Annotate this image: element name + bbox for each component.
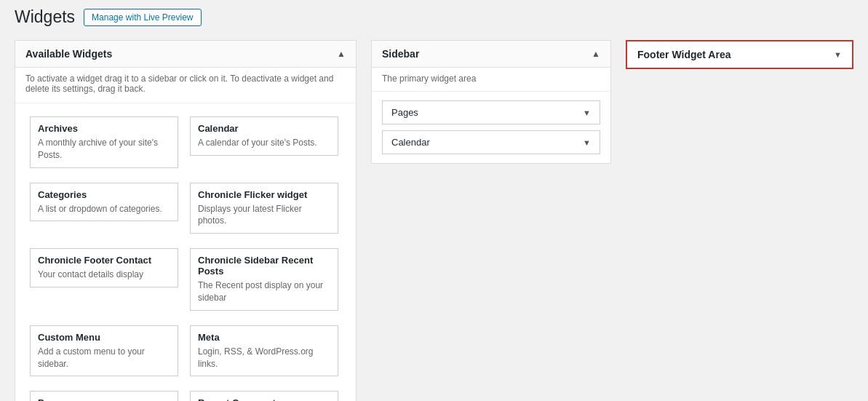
columns-layout: Available Widgets ▲ To activate a widget… [15,40,853,401]
sidebar-collapse-icon: ▲ [592,49,600,59]
available-widgets-title: Available Widgets [25,48,112,60]
collapse-icon: ▲ [337,49,346,59]
widget-cell: CategoriesA list or dropdown of categori… [25,178,186,245]
footer-panel-title: Footer Widget Area [637,49,730,60]
available-widgets-panel: Available Widgets ▲ To activate a widget… [15,40,357,401]
widget-desc: A calendar of your site's Posts. [198,137,330,149]
widget-cell: ArchivesA monthly archive of your site's… [25,112,186,178]
widget-desc: A monthly archive of your site's Posts. [38,137,170,162]
available-widgets-header[interactable]: Available Widgets ▲ [15,41,356,68]
widget-cell: MetaLogin, RSS, & WordPress.org links. [186,321,346,387]
widget-desc: Add a custom menu to your sidebar. [38,346,170,370]
widget-name: Chronicle Flicker widget [198,189,330,200]
widget-cell: Recent CommentsYour site's most recent c… [186,386,346,401]
widget-item[interactable]: MetaLogin, RSS, & WordPress.org links. [190,325,338,377]
widget-item[interactable]: Recent CommentsYour site's most recent c… [190,391,338,401]
sidebar-widget-row[interactable]: Pages▼ [382,100,600,124]
widget-item[interactable]: Chronicle Footer ContactYour contact det… [30,248,178,287]
sidebar-widgets-list: Pages▼Calendar▼ [372,92,610,163]
available-widgets-description: To activate a widget drag it to a sideba… [15,68,356,103]
widget-desc: Displays your latest Flicker photos. [198,203,330,228]
footer-dropdown-icon: ▼ [834,50,842,59]
widget-item[interactable]: Chronicle Sidebar Recent PostsThe Recent… [190,248,338,311]
widget-desc: Your contact details display [38,269,170,281]
widget-item[interactable]: CategoriesA list or dropdown of categori… [30,183,178,222]
sidebar-panel: Sidebar ▲ The primary widget area Pages▼… [371,40,611,164]
expand-icon: ▼ [583,138,591,147]
widget-desc: A list or dropdown of categories. [38,203,170,215]
footer-panel-header[interactable]: Footer Widget Area ▼ [627,41,852,68]
widget-desc: The Recent post display on your sidebar [198,279,330,304]
widget-cell: Custom MenuAdd a custom menu to your sid… [25,321,186,387]
sidebar-title: Sidebar [382,48,419,60]
sidebar-panel-header[interactable]: Sidebar ▲ [372,41,610,68]
widget-item[interactable]: Custom MenuAdd a custom menu to your sid… [30,325,178,377]
widget-name: Archives [38,123,170,134]
widget-item[interactable]: ArchivesA monthly archive of your site's… [30,116,178,168]
widget-cell: Chronicle Flicker widgetDisplays your la… [186,178,346,245]
widget-name: Chronicle Footer Contact [38,255,170,266]
sidebar-widget-row[interactable]: Calendar▼ [382,130,600,154]
widget-name: Calendar [198,123,330,134]
manage-live-preview-button[interactable]: Manage with Live Preview [84,9,201,26]
sidebar-description: The primary widget area [372,68,610,92]
page-header: Widgets Manage with Live Preview [15,7,853,27]
widget-item[interactable]: CalendarA calendar of your site's Posts. [190,116,338,156]
page-title: Widgets [15,7,75,27]
widget-item[interactable]: PagesA list of your site's Pages. [30,391,178,401]
widget-cell: PagesA list of your site's Pages. [25,386,186,401]
widget-name: Pages [38,397,170,401]
widget-desc: Login, RSS, & WordPress.org links. [198,346,330,370]
expand-icon: ▼ [583,108,591,117]
widget-cell: CalendarA calendar of your site's Posts. [186,112,346,178]
widget-name: Recent Comments [198,397,330,401]
widget-item[interactable]: Chronicle Flicker widgetDisplays your la… [190,183,338,234]
footer-widget-area-panel: Footer Widget Area ▼ [626,40,853,69]
widget-name: Chronicle Sidebar Recent Posts [198,255,330,277]
sidebar-widget-label: Calendar [391,137,430,148]
sidebar-widget-label: Pages [391,107,418,118]
widget-name: Meta [198,332,330,343]
widget-cell: Chronicle Sidebar Recent PostsThe Recent… [186,244,346,321]
widgets-grid: ArchivesA monthly archive of your site's… [15,103,356,401]
widget-cell: Chronicle Footer ContactYour contact det… [25,244,186,321]
widget-name: Categories [38,189,170,200]
widget-name: Custom Menu [38,332,170,343]
